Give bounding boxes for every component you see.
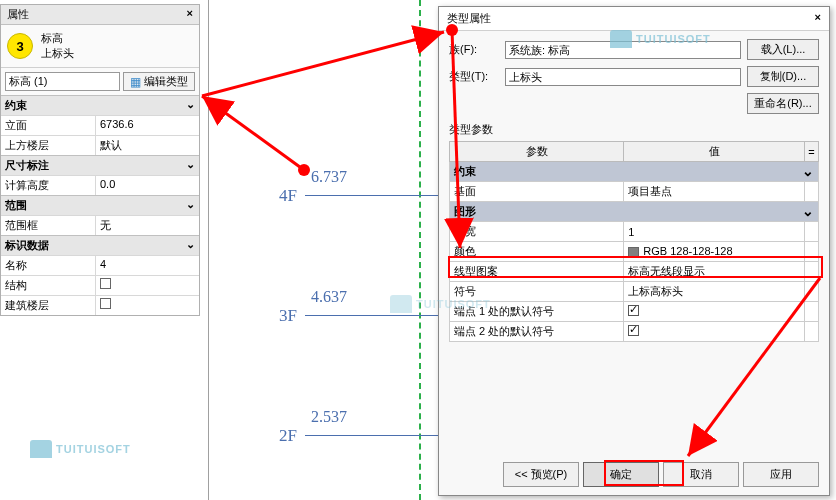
row-above-label: 上方楼层 [1, 136, 96, 155]
row-struct-checkbox[interactable] [100, 278, 111, 289]
type-params-label: 类型参数 [449, 122, 819, 137]
grid-line [419, 0, 421, 500]
row-lw-value[interactable]: 1 [624, 222, 805, 242]
expand-icon: ⌄ [186, 198, 195, 213]
edit-type-label: 编辑类型 [144, 74, 188, 89]
row-elevation-label: 立面 [1, 116, 96, 135]
level-elev-4f: 6.737 [311, 168, 347, 186]
edit-type-button[interactable]: ▦ 编辑类型 [123, 72, 195, 91]
row-color-label: 颜色 [450, 242, 624, 262]
row-scope-label: 范围框 [1, 216, 96, 235]
expand-icon: ⌄ [802, 203, 814, 219]
rename-button[interactable]: 重命名(R)... [747, 93, 819, 114]
row-sym-value[interactable]: 上标高标头 [624, 282, 805, 302]
ok-button[interactable]: 确定 [583, 462, 659, 487]
dialog-title-bar: 类型属性 × [439, 7, 829, 31]
row-e2-checkbox[interactable] [628, 325, 639, 336]
row-color-value[interactable]: RGB 128-128-128 [624, 242, 805, 262]
type-selector[interactable]: 标高 (1) [5, 72, 120, 91]
type-properties-dialog: 类型属性 × 族(F): 系统族: 标高 载入(L)... 类型(T): 上标头… [438, 6, 830, 496]
properties-header: 3 标高 上标头 [1, 25, 199, 67]
properties-panel: 属性 × 3 标高 上标头 标高 (1) ▦ 编辑类型 约束⌄ 立面6736.6… [0, 4, 200, 316]
level-elev-3f: 4.637 [311, 288, 347, 306]
row-lw-label: 线宽 [450, 222, 624, 242]
dialog-close-icon[interactable]: × [815, 11, 821, 26]
row-lp-value[interactable]: 标高无线段显示 [624, 262, 805, 282]
row-e1-checkbox[interactable] [628, 305, 639, 316]
params-table: 参数值= 约束⌄ 基面项目基点 图形⌄ 线宽1 颜色RGB 128-128-12… [449, 141, 819, 342]
preview-button[interactable]: << 预览(P) [503, 462, 579, 487]
properties-title: 属性 [7, 7, 29, 22]
properties-title-bar: 属性 × [1, 5, 199, 25]
row-above-value[interactable]: 默认 [96, 136, 199, 155]
row-scope-value[interactable]: 无 [96, 216, 199, 235]
close-icon[interactable]: × [187, 7, 193, 22]
level-name-2f: 2F [279, 426, 297, 446]
row-compheight-label: 计算高度 [1, 176, 96, 195]
group-extents[interactable]: 范围⌄ [1, 195, 199, 215]
watermark: TUITUISOFT [390, 295, 491, 313]
watermark-icon [610, 30, 632, 48]
type-name-label: 上标头 [41, 46, 74, 61]
row-compheight-value[interactable]: 0.0 [96, 176, 199, 195]
dialog-footer: << 预览(P) 确定 取消 应用 [439, 462, 829, 487]
row-name-label: 名称 [1, 256, 96, 275]
duplicate-button[interactable]: 复制(D)... [747, 66, 819, 87]
group-constraints[interactable]: 约束⌄ [1, 95, 199, 115]
cancel-button[interactable]: 取消 [663, 462, 739, 487]
drawing-canvas[interactable]: 6.737 4F 4.637 3F 2.537 2F [208, 0, 440, 500]
type-label: 类型(T): [449, 69, 499, 84]
expand-icon: ⌄ [186, 98, 195, 113]
group-identity[interactable]: 标识数据⌄ [1, 235, 199, 255]
apply-button[interactable]: 应用 [743, 462, 819, 487]
row-bstory-label: 建筑楼层 [1, 296, 96, 315]
th-value: 值 [624, 142, 805, 162]
group-constraints-dlg[interactable]: 约束⌄ [450, 162, 819, 182]
step-badge: 3 [7, 33, 33, 59]
edit-type-icon: ▦ [130, 75, 141, 89]
family-label: 族(F): [449, 42, 499, 57]
watermark: TUITUISOFT [30, 440, 131, 458]
level-elev-2f: 2.537 [311, 408, 347, 426]
type-selector-row: 标高 (1) ▦ 编辑类型 [1, 67, 199, 95]
group-graphics-dlg[interactable]: 图形⌄ [450, 202, 819, 222]
level-name-3f: 3F [279, 306, 297, 326]
type-selector-dlg[interactable]: 上标头 [505, 68, 741, 86]
row-lp-label: 线型图案 [450, 262, 624, 282]
type-name-block: 标高 上标头 [41, 31, 74, 61]
row-elevation-value[interactable]: 6736.6 [96, 116, 199, 135]
expand-icon: ⌄ [802, 163, 814, 179]
row-name-value[interactable]: 4 [96, 256, 199, 275]
watermark: TUITUISOFT [610, 30, 711, 48]
row-base-label: 基面 [450, 182, 624, 202]
row-e2-label: 端点 2 处的默认符号 [450, 322, 624, 342]
row-base-value[interactable]: 项目基点 [624, 182, 805, 202]
dialog-title: 类型属性 [447, 11, 491, 26]
expand-icon: ⌄ [186, 238, 195, 253]
load-button[interactable]: 载入(L)... [747, 39, 819, 60]
type-family-label: 标高 [41, 31, 74, 46]
level-name-4f: 4F [279, 186, 297, 206]
th-param: 参数 [450, 142, 624, 162]
row-struct-label: 结构 [1, 276, 96, 295]
watermark-icon [390, 295, 412, 313]
group-dimensions[interactable]: 尺寸标注⌄ [1, 155, 199, 175]
expand-icon: ⌄ [186, 158, 195, 173]
color-swatch-icon [628, 247, 639, 258]
watermark-icon [30, 440, 52, 458]
row-bstory-checkbox[interactable] [100, 298, 111, 309]
th-eq: = [805, 142, 819, 162]
